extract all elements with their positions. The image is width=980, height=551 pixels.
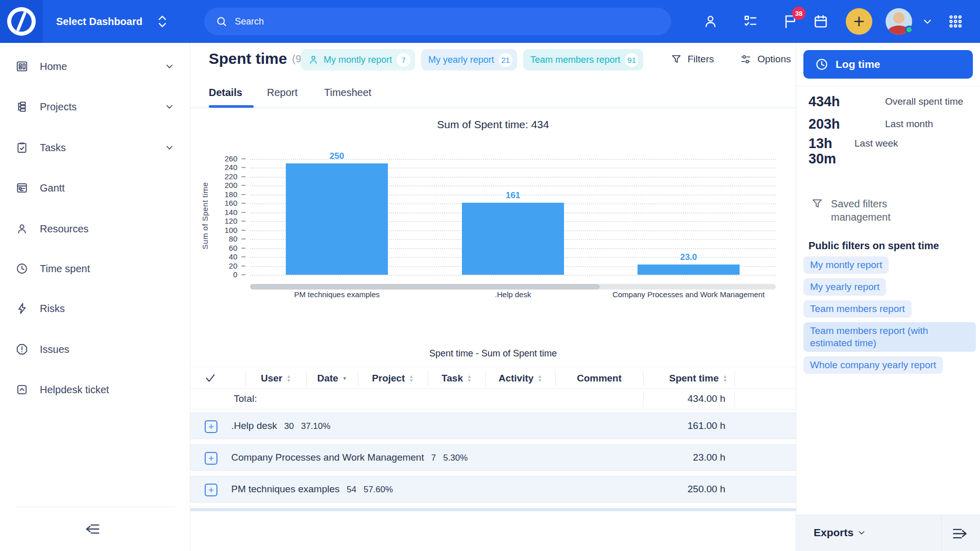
column-header-task[interactable]: Task▲▼ — [428, 367, 485, 390]
y-axis-tick-mark — [241, 248, 246, 249]
bar-value-label: 23.0 — [638, 252, 740, 262]
y-axis-tick-label: 80 — [207, 234, 237, 243]
y-axis-tick-mark — [241, 238, 246, 239]
public-filter-pill-3[interactable]: Team members report — [803, 300, 912, 318]
tasks-icon — [15, 141, 29, 154]
alert-icon — [15, 343, 29, 356]
sidebar-item-label: Gantt — [40, 182, 65, 194]
sidebar-item-issues[interactable]: Issues — [0, 338, 190, 361]
sidebar-item-label: Resources — [40, 223, 89, 235]
tab-timesheet[interactable]: Timesheet — [324, 87, 372, 99]
public-filter-pill-2[interactable]: My yearly report — [803, 278, 886, 296]
sidebar-item-home[interactable]: Home — [0, 55, 190, 78]
y-axis-tick-label: 180 — [207, 190, 237, 199]
y-axis-tick-mark — [241, 158, 246, 159]
apps-grid-icon[interactable] — [945, 11, 966, 32]
public-filter-pill-5[interactable]: Whole company yearly report — [803, 356, 943, 374]
search-icon — [215, 15, 228, 28]
todo-list-icon[interactable] — [740, 11, 761, 32]
right-panel: Log time 434hOverall spent time203hLast … — [796, 43, 980, 551]
row-entry-count: 7 — [431, 453, 436, 463]
column-header-label: User — [261, 373, 282, 384]
filters-label: Filters — [688, 54, 714, 65]
sort-arrows-icon: ▲▼ — [723, 374, 727, 382]
table-total-row: Total: 434.00 h — [190, 389, 796, 410]
stat-label: Overall spent time — [885, 94, 970, 109]
chip-count-badge: 21 — [499, 53, 512, 67]
sort-arrows-icon: ▲▼ — [537, 374, 542, 382]
expand-row-button[interactable]: + — [205, 484, 217, 496]
chart-bar-2[interactable] — [462, 203, 564, 275]
flag-notifications-icon[interactable]: 38 — [780, 11, 800, 32]
quick-add-button[interactable] — [846, 8, 872, 35]
total-value: 434.00 h — [688, 393, 725, 404]
check-column-icon[interactable] — [204, 371, 217, 385]
sort-arrow-down-icon: ▼ — [342, 376, 347, 380]
log-time-button[interactable]: Log time — [803, 50, 973, 79]
expand-row-button[interactable]: + — [205, 452, 217, 465]
chip-count-badge: 91 — [625, 53, 639, 67]
chart-scrollbar-thumb[interactable] — [250, 284, 600, 290]
column-header-spent-time[interactable]: Spent time▲▼ — [643, 367, 734, 390]
sidebar: HomeProjectsTasksGanttResourcesTime spen… — [0, 43, 190, 551]
sidebar-item-projects[interactable]: Projects — [0, 95, 190, 118]
app-logo[interactable] — [0, 0, 43, 43]
row-spent-hours: 23.00 h — [693, 452, 725, 463]
sidebar-item-risks[interactable]: Risks — [0, 297, 190, 320]
sidebar-item-timespent[interactable]: Time spent — [0, 257, 190, 280]
sort-arrows-icon: ▲▼ — [286, 374, 291, 382]
options-button[interactable]: Options — [739, 53, 791, 65]
public-filter-pill-1[interactable]: My montly report — [803, 256, 889, 274]
y-axis-tick-label: 160 — [207, 199, 237, 207]
sidebar-item-label: Time spent — [40, 263, 90, 275]
column-header-date[interactable]: Date▼ — [306, 367, 358, 390]
stat-label: Last week — [854, 136, 970, 166]
column-header-activity[interactable]: Activity▲▼ — [485, 367, 555, 390]
table-bottom-strip — [190, 508, 796, 511]
exports-button[interactable]: Exports — [814, 526, 866, 539]
tab-details[interactable]: Details — [209, 87, 242, 99]
sort-arrows-icon: ▲▼ — [409, 374, 413, 382]
clock-icon — [815, 57, 829, 71]
log-time-label: Log time — [836, 58, 880, 70]
topbar: Select Dashboard 38 — [0, 0, 980, 43]
expand-row-button[interactable]: + — [205, 420, 217, 433]
sidebar-item-helpdesk[interactable]: Helpdesk ticket — [0, 378, 190, 401]
filters-button[interactable]: Filters — [670, 53, 714, 65]
stat-row-2: 203hLast month — [808, 116, 970, 132]
sidebar-item-tasks[interactable]: Tasks — [0, 136, 190, 159]
table-row-1: +.Help desk3037.10%161.00 h — [190, 413, 796, 439]
chip-count-badge: 7 — [397, 53, 410, 67]
calendar-icon[interactable] — [811, 11, 831, 32]
y-axis-tick-label: 20 — [207, 261, 237, 270]
saved-filter-chip-1[interactable]: My montly report7 — [301, 49, 415, 70]
table-section-title: Spent time - Sum of Spent time — [190, 348, 796, 359]
public-filter-pill-4[interactable]: Team members report (with estimated time… — [803, 322, 976, 352]
y-axis-tick-mark — [241, 221, 246, 222]
chevron-down-icon — [164, 61, 175, 71]
saved-filter-chip-3[interactable]: Team members report91 — [523, 49, 643, 70]
saved-filters-management-link[interactable]: Saved filters management — [811, 197, 918, 224]
column-header-user[interactable]: User▲▼ — [246, 367, 306, 390]
stat-value: 13h 30m — [808, 136, 854, 166]
stat-row-3: 13h 30mLast week — [808, 136, 970, 166]
chart-bar-3[interactable] — [638, 265, 740, 275]
chart-bar-1[interactable] — [286, 163, 388, 275]
saved-filter-chip-2[interactable]: My yearly report21 — [421, 49, 517, 70]
user-profile-icon[interactable] — [700, 11, 721, 32]
y-axis-tick-mark — [241, 194, 246, 195]
sidebar-item-resources[interactable]: Resources — [0, 218, 190, 240]
profile-chevron-down-icon[interactable] — [917, 11, 938, 32]
panel-collapse-arrow-button[interactable] — [947, 523, 974, 544]
sidebar-item-label: Projects — [40, 101, 77, 113]
dashboard-selector[interactable]: Select Dashboard — [56, 0, 168, 43]
tab-report[interactable]: Report — [267, 87, 298, 99]
column-header-project[interactable]: Project▲▼ — [358, 367, 428, 390]
search-bar — [204, 8, 671, 35]
search-input[interactable] — [235, 16, 660, 27]
chevron-down-icon — [164, 142, 175, 153]
exports-bar: Exports — [796, 515, 980, 551]
sidebar-item-gantt[interactable]: Gantt — [0, 177, 190, 199]
sidebar-collapse-button[interactable] — [80, 518, 104, 540]
chart-horizontal-scrollbar[interactable] — [250, 284, 776, 290]
